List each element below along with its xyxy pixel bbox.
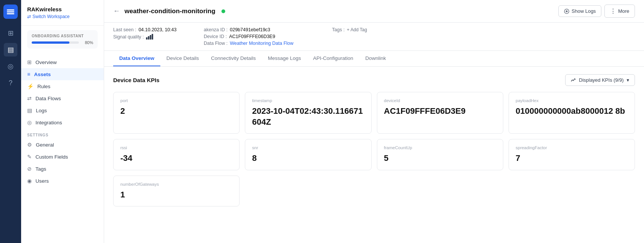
switch-workspace-btn[interactable]: ⇄ Switch Workspace bbox=[27, 14, 98, 19]
kpi-value-payloadhex: 010000000000ab8000012 8b bbox=[516, 106, 628, 117]
sidebar-item-data-flows[interactable]: ⇄ Data Flows bbox=[21, 92, 104, 104]
tags-icon: ⊘ bbox=[27, 166, 32, 172]
tab-api-configuration[interactable]: API-Configuration bbox=[307, 51, 360, 66]
sidebar-item-label-custom-fields: Custom Fields bbox=[35, 154, 68, 160]
tab-label-device-details: Device Details bbox=[166, 55, 199, 61]
tab-device-details[interactable]: Device Details bbox=[160, 51, 205, 66]
show-logs-label: Show Logs bbox=[572, 8, 596, 14]
main-content: ← weather-condition-monitoring Show Logs… bbox=[104, 0, 644, 243]
nav-icon-home[interactable]: ⊞ bbox=[4, 26, 17, 40]
displayed-kpis-button[interactable]: Displayed KPIs (9/9) ▾ bbox=[565, 74, 635, 86]
sidebar-item-label-assets: Assets bbox=[34, 72, 51, 77]
kpi-name-framecountup: frameCountUp bbox=[384, 145, 496, 150]
progress-bar-bg bbox=[32, 41, 79, 44]
akenza-id-label: akenza ID : bbox=[204, 27, 227, 32]
kpi-card-framecountup: frameCountUp 5 bbox=[377, 139, 503, 170]
sidebar-item-rules[interactable]: ⚡ Rules bbox=[21, 80, 104, 92]
nav-icon-bottom1[interactable]: ◎ bbox=[4, 60, 17, 73]
kpi-name-timestamp: timestamp bbox=[252, 98, 364, 103]
tab-downlink[interactable]: Downlink bbox=[359, 51, 392, 66]
kpi-card-payloadhex: payloadHex 010000000000ab8000012 8b bbox=[509, 92, 635, 134]
kpi-name-rssi: rssi bbox=[120, 145, 232, 150]
last-seen-label: Last seen : bbox=[113, 27, 136, 32]
integrations-icon: ◎ bbox=[27, 119, 32, 125]
kpi-value-framecountup: 5 bbox=[384, 153, 496, 164]
icon-navbar: ⊞ ▤ ◎ ? bbox=[0, 0, 21, 243]
sidebar-menu: ⊞ Overview ≡ Assets ⚡ Rules ⇄ Data Flows… bbox=[21, 53, 104, 237]
last-seen-item: Last seen : 04.10.2023, 10:43 bbox=[113, 27, 204, 32]
sidebar-item-label-rules: Rules bbox=[37, 84, 51, 89]
sidebar-item-logs[interactable]: ▤ Logs bbox=[21, 104, 104, 116]
more-button[interactable]: ⋮ More bbox=[604, 5, 635, 18]
displayed-kpis-label: Displayed KPIs (9/9) bbox=[579, 77, 624, 83]
topbar-actions: Show Logs ⋮ More bbox=[558, 5, 635, 18]
sidebar-item-label-logs: Logs bbox=[36, 108, 47, 113]
kpi-name-snr: snr bbox=[252, 145, 364, 150]
tab-data-overview[interactable]: Data Overview bbox=[113, 51, 160, 66]
kpi-card-timestamp: timestamp 2023-10-04T02:43:30.116671604Z bbox=[245, 92, 371, 134]
kpi-card-rssi: rssi -34 bbox=[113, 139, 240, 170]
show-logs-button[interactable]: Show Logs bbox=[558, 5, 601, 17]
kpi-row-1: port 2 timestamp 2023-10-04T02:43:30.116… bbox=[113, 92, 635, 134]
switch-workspace-icon: ⇄ bbox=[27, 14, 31, 19]
add-tag-button[interactable]: + Add Tag bbox=[347, 27, 367, 32]
svg-rect-2 bbox=[7, 13, 14, 14]
svg-rect-0 bbox=[7, 9, 14, 11]
svg-rect-1 bbox=[7, 11, 14, 12]
sidebar-item-custom-fields[interactable]: ✎ Custom Fields bbox=[21, 151, 104, 163]
tab-message-logs[interactable]: Message Logs bbox=[262, 51, 307, 66]
onboarding-label: ONBOARDING ASSISTANT bbox=[32, 34, 93, 38]
data-flow-label: Data Flow : bbox=[204, 41, 227, 46]
tab-label-message-logs: Message Logs bbox=[268, 55, 301, 61]
kpi-value-snr: 8 bbox=[252, 153, 364, 164]
signal-quality-label: Signal quality : bbox=[113, 34, 144, 40]
kpi-value-rssi: -34 bbox=[120, 153, 232, 164]
nav-icon-bottom2[interactable]: ? bbox=[4, 76, 17, 90]
sidebar-item-general[interactable]: ⚙ General bbox=[21, 139, 104, 151]
tab-label-downlink: Downlink bbox=[365, 55, 386, 61]
assets-icon: ≡ bbox=[27, 71, 30, 77]
kpi-value-timestamp: 2023-10-04T02:43:30.116671604Z bbox=[252, 106, 364, 127]
data-flows-icon: ⇄ bbox=[27, 95, 32, 101]
kpi-value-spreadingfactor: 7 bbox=[516, 153, 628, 164]
meta-col-tags: Tags : + Add Tag bbox=[332, 27, 635, 46]
sidebar-item-tags[interactable]: ⊘ Tags bbox=[21, 163, 104, 175]
nav-icon-assets[interactable]: ▤ bbox=[4, 43, 17, 57]
tab-connectivity-details[interactable]: Connectivity Details bbox=[205, 51, 262, 66]
tab-label-api-config: API-Configuration bbox=[313, 55, 354, 61]
progress-label: 80% bbox=[85, 40, 93, 45]
signal-bar-4 bbox=[152, 34, 153, 40]
sidebar-item-label-general: General bbox=[36, 142, 54, 148]
sidebar-item-users[interactable]: ◉ Users bbox=[21, 175, 104, 187]
kpi-chart-icon bbox=[571, 78, 576, 83]
sidebar-item-label-dataflows: Data Flows bbox=[35, 96, 61, 101]
switch-workspace-label: Switch Workspace bbox=[32, 14, 69, 19]
kpi-header: Device Data KPIs Displayed KPIs (9/9) ▾ bbox=[113, 74, 635, 86]
sidebar-item-overview[interactable]: ⊞ Overview bbox=[21, 56, 104, 68]
tags-label: Tags : bbox=[332, 27, 344, 32]
sidebar-item-integrations[interactable]: ◎ Integrations bbox=[21, 116, 104, 128]
sidebar-item-assets[interactable]: ≡ Assets bbox=[21, 68, 104, 80]
back-button[interactable]: ← bbox=[113, 7, 120, 15]
kpi-card-port: port 2 bbox=[113, 92, 240, 134]
kpi-name-payloadhex: payloadHex bbox=[516, 98, 628, 103]
sidebar-item-label-users: Users bbox=[35, 178, 49, 184]
kpi-name-port: port bbox=[120, 98, 232, 103]
svg-point-4 bbox=[566, 10, 568, 12]
online-status-dot bbox=[221, 9, 225, 13]
more-dots-icon: ⋮ bbox=[610, 8, 616, 15]
device-title: weather-condition-monitoring bbox=[124, 8, 215, 15]
kpi-name-deviceid: deviceId bbox=[384, 98, 496, 103]
kpi-name-gateways: numberOfGateways bbox=[120, 182, 232, 186]
workspace-name: RAKwireless bbox=[27, 6, 98, 12]
data-flow-link[interactable]: Weather Monitoring Data Flow bbox=[230, 41, 294, 46]
last-seen-value: 04.10.2023, 10:43 bbox=[138, 27, 177, 32]
signal-bars bbox=[146, 34, 153, 40]
data-flow-item: Data Flow : Weather Monitoring Data Flow bbox=[204, 41, 332, 46]
sidebar-header: RAKwireless ⇄ Switch Workspace bbox=[21, 6, 104, 26]
rules-icon: ⚡ bbox=[27, 83, 34, 89]
kpi-card-deviceid: deviceId AC1F09FFFE06D3E9 bbox=[377, 92, 503, 134]
tab-label-data-overview: Data Overview bbox=[119, 55, 154, 61]
app-logo[interactable] bbox=[3, 5, 18, 19]
kpi-value-port: 2 bbox=[120, 106, 232, 117]
